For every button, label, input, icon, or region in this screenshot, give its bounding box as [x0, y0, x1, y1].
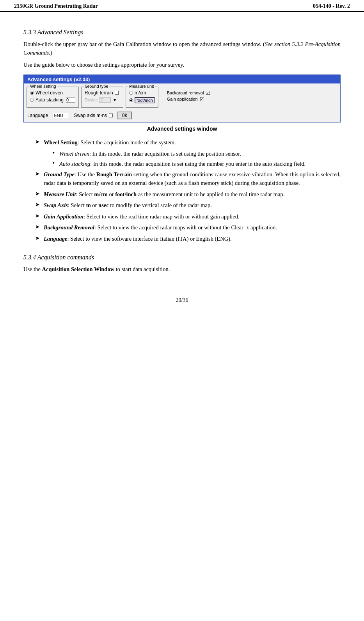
bullet-arrow-3: ➤ [35, 190, 44, 197]
background-removal-label: Backgroud removal [167, 90, 204, 95]
section-533-para2: Use the guide below to choose the settin… [23, 60, 341, 69]
device-dropdown[interactable]: ▼ [113, 98, 117, 102]
gain-application-checkbox[interactable] [200, 97, 204, 101]
advanced-settings-title: Advanced settings (v2.03) [24, 75, 340, 83]
bullet-ground-type: ➤ Ground Type: Use the Rough Terrain set… [35, 170, 341, 188]
auto-stacking-label: Auto stacking [36, 97, 64, 103]
bullet-list: ➤ Wheel Setting: Select the acquisition … [35, 138, 341, 243]
section-534-para: Use the Acquisition Selection Window to … [23, 265, 341, 273]
foot-inch-radio[interactable] [129, 98, 133, 102]
language-select[interactable]: ENG [53, 113, 69, 118]
bullet-ground-text: Ground Type: Use the Rough Terrain setti… [44, 170, 341, 188]
right-panel: Backgroud removal Gain application [167, 90, 210, 108]
background-removal-row: Backgroud removal [167, 90, 210, 95]
wheel-driven-label: Wheel driven [36, 90, 63, 96]
ground-type-label: Ground type [84, 84, 109, 89]
bullet-background-removal: ➤ Background Removal: Select to view the… [35, 223, 341, 232]
device-label: Device [85, 98, 98, 102]
sub-text-auto-stacking: Auto stacking: In this mode, the radar a… [59, 160, 305, 168]
wheel-sub-bullets: • Wheel driven: In this mode, the radar … [52, 149, 341, 169]
bullet-arrow-4: ➤ [35, 201, 44, 208]
section-534-heading: 5.3.4 Acquisition commands [23, 254, 341, 261]
auto-stacking-input[interactable] [66, 97, 75, 103]
header-right: 054-140 - Rev. 2 [313, 3, 350, 9]
m-cm-label: m/cm [135, 90, 146, 96]
page-number: 20/36 [176, 297, 188, 303]
sub-text-wheel-driven: Wheel driven: In this mode, the radar ac… [59, 149, 241, 158]
sub-dot-2: • [52, 160, 59, 167]
ok-button[interactable]: 0k [117, 112, 132, 119]
gain-application-row: Gain application [167, 97, 210, 101]
swap-axis-checkbox[interactable] [109, 114, 113, 117]
device-value: C [99, 97, 111, 103]
bullet-arrow-6: ➤ [35, 224, 44, 230]
bullet-swap-text: Swap Axis: Select m or nsec to modify th… [44, 201, 212, 209]
bullet-bg-text: Background Removal: Select to view the a… [44, 223, 277, 232]
ground-type-group: Ground type Rough terrain Device C ▼ [81, 87, 123, 108]
rough-terrain-label: Rough terrain [85, 90, 113, 96]
auto-stacking-radio[interactable] [30, 98, 34, 102]
page-content: 5.3.3 Advanced Settings Double-click the… [0, 12, 364, 318]
language-label: Language [27, 113, 48, 118]
bullet-arrow-1: ➤ [35, 138, 44, 145]
sub-bullet-auto-stacking: • Auto stacking: In this mode, the radar… [52, 160, 341, 168]
foot-inch-label: foot/inch [135, 97, 155, 103]
foot-inch-row: foot/inch [129, 97, 155, 103]
advanced-settings-window: Advanced settings (v2.03) Wheel setting … [23, 75, 341, 122]
bullet-wheel-text: Wheel Setting: Select the acquisition mo… [44, 138, 176, 147]
bullet-arrow-5: ➤ [35, 213, 44, 219]
bullet-swap-axis: ➤ Swap Axis: Select m or nsec to modify … [35, 201, 341, 209]
bullet-language: ➤ Language: Select to view the software … [35, 234, 341, 243]
section-533-heading: 5.3.3 Advanced Settings [23, 29, 341, 36]
settings-bottom: Language ENG Swap axis m-ns 0k [24, 110, 340, 122]
rough-terrain-checkbox[interactable] [115, 91, 119, 95]
header-left: 2150GR Ground Penetrating Radar [14, 3, 98, 9]
wheel-driven-radio[interactable] [30, 91, 34, 95]
measure-unit-label: Measure unit [128, 84, 155, 89]
bullet-arrow-7: ➤ [35, 235, 44, 241]
wheel-driven-row: Wheel driven [30, 90, 75, 96]
measure-unit-group: Measure unit m/cm foot/inch [126, 87, 158, 108]
gain-application-label: Gain application [167, 97, 198, 101]
bullet-wheel-setting: ➤ Wheel Setting: Select the acquisition … [35, 138, 341, 147]
page-header: 2150GR Ground Penetrating Radar 054-140 … [0, 0, 364, 12]
page-footer: 20/36 [23, 297, 341, 310]
bullet-language-text: Language: Select to view the software in… [44, 234, 232, 243]
sub-bullet-wheel-driven: • Wheel driven: In this mode, the radar … [52, 149, 341, 158]
swap-axis-row: Swap axis m-ns [74, 113, 113, 118]
bullet-wheel-bold: Wheel Setting [44, 139, 78, 145]
image-caption: Advanced settings window [23, 126, 341, 132]
settings-inner: Wheel setting Wheel driven Auto stacking… [24, 83, 340, 110]
wheel-setting-group: Wheel setting Wheel driven Auto stacking [27, 87, 79, 108]
auto-stacking-row: Auto stacking [30, 97, 75, 103]
rough-terrain-row: Rough terrain [85, 90, 120, 96]
bullet-gain-text: Gain Application: Select to view the rea… [44, 212, 240, 221]
wheel-setting-label: Wheel setting [29, 84, 57, 89]
bullet-arrow-2: ➤ [35, 170, 44, 177]
bullet-gain-application: ➤ Gain Application: Select to view the r… [35, 212, 341, 221]
section-533-para1: Double-click the upper gray bar of the G… [23, 40, 341, 57]
m-cm-row: m/cm [129, 90, 155, 96]
m-cm-radio[interactable] [129, 91, 133, 95]
swap-axis-label: Swap axis m-ns [74, 113, 107, 118]
sub-dot-1: • [52, 149, 59, 157]
device-row: Device C ▼ [85, 97, 120, 103]
background-removal-checkbox[interactable] [206, 91, 210, 95]
bullet-measure-unit: ➤ Measure Unit: Select m/cm or foot/inch… [35, 190, 341, 199]
bullet-measure-text: Measure Unit: Select m/cm or foot/inch a… [44, 190, 284, 199]
